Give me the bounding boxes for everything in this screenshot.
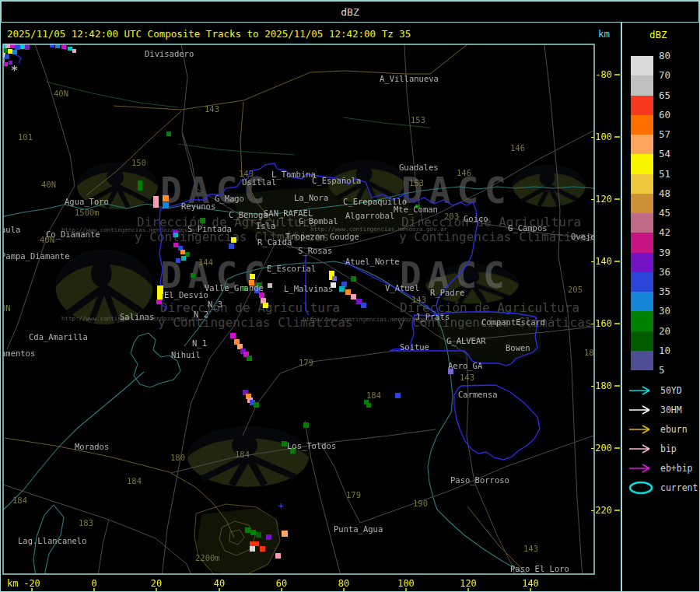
map-label-soitue: Soitue — [400, 342, 429, 352]
storm-cell — [12, 50, 17, 54]
legend-current-ellipse-icon — [628, 482, 656, 494]
legend-arrow-icon — [628, 462, 656, 475]
map-label-paso-el-loro: Paso_El_Loro — [510, 564, 569, 574]
map-label-algarrobal: Algarrobal — [345, 211, 394, 220]
storm-cell — [263, 303, 268, 308]
storm-cell — [341, 282, 347, 287]
bottom-axis: 140 — [522, 578, 539, 589]
map-label-g-mago: G_Mago — [215, 194, 244, 204]
legend-item-label: bip — [660, 443, 677, 454]
road-lines — [320, 443, 360, 523]
scale-swatch-65 — [631, 96, 653, 115]
map-label-pampa-diamante: Pampa_Diamante — [1, 251, 70, 261]
scale-tick-label: 42 — [659, 227, 670, 238]
scale-tick-label: 30 — [659, 306, 670, 317]
storm-cell — [5, 54, 9, 59]
panel-divider — [621, 23, 622, 592]
road-lines — [35, 44, 75, 186]
storm-cell — [356, 299, 362, 304]
storm-cell — [254, 402, 259, 408]
scale-tick-label: 54 — [659, 149, 670, 159]
map-label-salinas: Salinas — [120, 312, 154, 321]
map-label-paso-borroso: Paso_Borroso — [450, 475, 509, 485]
storm-cell — [68, 47, 72, 51]
storm-cell — [303, 422, 309, 428]
map-label-l-tombina: L_Tombina — [271, 170, 316, 180]
legend-item-label: eburn — [660, 424, 688, 435]
storm-cell — [247, 356, 252, 361]
map-label-c-espa-ola: C_Española — [312, 176, 361, 186]
map-label-lag-llancanelo: Lag.Llancanelo — [18, 536, 87, 545]
road-number-label: 0N — [1, 303, 11, 313]
storm-cell — [282, 441, 287, 447]
storm-cell — [180, 250, 185, 254]
dbz-scale-title: dBZ — [649, 29, 667, 40]
storm-cell — [282, 531, 288, 537]
map-canvas: DACCDACCDACCDACCDirección de Agricultura… — [1, 44, 596, 592]
plus-marker: + — [278, 500, 284, 510]
legend-item-label: 30HM — [660, 405, 682, 415]
scale-swatch-60 — [631, 115, 653, 135]
map-label-nihuil: Nihuil — [171, 350, 201, 359]
road-number-label: 153 — [409, 178, 424, 187]
map-label-agua-toro: Agua_Toro — [65, 197, 109, 207]
map-label-a-villanueva: A_Villanueva — [380, 74, 439, 84]
map-label-v-atuel: V_Atuel — [385, 283, 419, 293]
storm-cell — [250, 541, 255, 547]
map-label-oveje: Oveje — [571, 232, 596, 241]
scale-tick-label: 51 — [659, 169, 670, 180]
scale-tick-label: 70 — [659, 70, 670, 81]
scale-tick-label: 35 — [659, 286, 670, 297]
storm-cell — [261, 298, 266, 303]
map-label-bowen: Bowen — [506, 343, 530, 352]
map-label-divisadero: Divisadero — [145, 49, 194, 58]
scale-tick-label: 60 — [659, 110, 670, 121]
storm-cell — [157, 294, 163, 300]
storm-cell — [166, 131, 171, 136]
storm-cell — [181, 256, 186, 261]
storm-cell — [173, 233, 178, 237]
right-axis: -200 — [590, 443, 612, 454]
storm-cell — [266, 534, 271, 540]
scale-swatch-48 — [631, 194, 653, 213]
scale-tick-label: 39 — [659, 247, 670, 258]
river-lines — [45, 505, 64, 590]
storm-cell — [173, 243, 178, 247]
road-number-label: 183 — [79, 518, 93, 527]
storm-cell — [351, 276, 356, 282]
scale-swatch-35 — [631, 292, 653, 311]
scale-swatch-42 — [631, 233, 653, 252]
map-label-aero-ga: Aero_GA — [448, 361, 483, 371]
map-label-n-3: N_3 — [208, 300, 222, 310]
storm-cell — [20, 44, 25, 49]
legend-item-eb-bip: eb+bip — [628, 460, 693, 477]
bottom-axis: km-20020406080100120140 — [7, 578, 539, 592]
bottom-axis: 120 — [460, 578, 477, 589]
storm-cell — [260, 546, 265, 552]
bottom-axis: 80 — [338, 578, 349, 589]
map-label-c-benoga: C_Benoga — [229, 210, 268, 220]
road-number-label: 179 — [346, 490, 361, 499]
road-number-label: 190 — [413, 499, 428, 508]
road-number-label: 101 — [18, 132, 33, 142]
map-canvas[interactable]: DACCDACCDACCDACCDirección de Agricultura… — [1, 1, 621, 592]
storm-cell — [200, 218, 205, 223]
road-number-label: 184 — [235, 450, 250, 459]
oasis-shading — [197, 508, 279, 578]
legend-item-30HM: 30HM — [628, 401, 682, 419]
scale-tick-label: 48 — [659, 188, 670, 199]
map-label-amentos: amentos — [1, 349, 35, 358]
storm-cell — [191, 273, 195, 278]
right-axis: -180 — [590, 380, 612, 391]
map-label-atuel-norte: Atuel_Norte — [345, 257, 400, 267]
scale-swatch-30 — [631, 311, 653, 331]
watermark-eye-logo — [513, 165, 586, 207]
legend-item-label: eb+bip — [660, 463, 693, 474]
map-label-tropezon-goudge: Tropezon Goudge — [285, 232, 359, 241]
map-label-j-prats: J_Prats — [415, 312, 450, 322]
stream-lines — [46, 82, 430, 155]
bottom-axis: km — [7, 578, 18, 589]
right-axis: -160 — [590, 318, 612, 329]
map-label-co-diamante: Co_Diamante — [46, 229, 100, 240]
scale-swatch-54 — [631, 154, 653, 173]
